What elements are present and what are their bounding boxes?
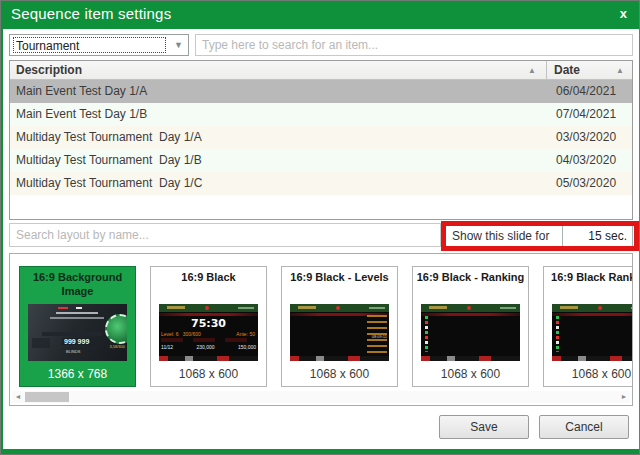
thumbnail-resolution: 1068 x 600	[151, 367, 266, 381]
preview-stats: 11/12 230,000 150,000	[161, 344, 256, 350]
thumbnail-resolution: 1068 x 600	[282, 367, 397, 381]
thumbnail-title: 16:9 Black - Ranking	[415, 270, 526, 300]
layout-thumbnail[interactable]: 16:9 Black 75:30 Level: 6 300/600 Ante: …	[150, 266, 267, 387]
preview-art	[560, 306, 578, 309]
preview-art: 999 999	[62, 338, 91, 345]
sort-asc-icon[interactable]: ▲	[528, 66, 536, 75]
layout-thumbnail[interactable]: 16:9 Black - Ranking 1068 x 600	[412, 266, 529, 387]
preview-art	[50, 317, 104, 319]
preview-art	[429, 306, 447, 309]
preview-art	[238, 307, 254, 309]
preview-art	[298, 306, 316, 309]
preview-art	[631, 307, 633, 309]
item-type-dropdown-value: Tournament	[13, 37, 166, 53]
thumbnail-preview: 08:09:11	[290, 304, 389, 361]
table-row[interactable]: Multiday Test Tournament Day 1/C 05/03/2…	[10, 172, 632, 195]
poker-chip-art	[105, 314, 127, 344]
cancel-button[interactable]: Cancel	[539, 415, 629, 439]
dialog-title: Sequence item settings	[11, 5, 171, 22]
thumbnail-title: 16:9 Background Image	[22, 270, 133, 300]
row-date: 05/03/2020	[556, 176, 616, 190]
holdem-logo-icon	[336, 306, 340, 310]
column-header-date[interactable]: Date	[554, 63, 580, 77]
preview-art	[421, 313, 520, 316]
column-divider	[546, 61, 547, 80]
layout-thumbnail[interactable]: 16:9 Black Ranking 1068 x 600	[543, 266, 633, 387]
holdem-logo-icon	[598, 306, 602, 310]
layout-thumbnail[interactable]: 16:9 Background Image 999 999 BLINDS 3,5…	[19, 266, 136, 387]
preview-header-art	[552, 304, 633, 312]
table-row[interactable]: Multiday Test Tournament Day 1/B 04/03/2…	[10, 149, 632, 172]
preview-art	[159, 313, 258, 316]
scroll-right-icon[interactable]: ►	[618, 391, 630, 403]
thumbnail-resolution: 1068 x 600	[413, 367, 528, 381]
preview-header-art	[290, 304, 389, 312]
row-description: Multiday Test Tournament Day 1/B	[16, 153, 202, 167]
item-search-input[interactable]	[195, 34, 633, 56]
preview-art	[159, 356, 258, 361]
thumbnail-resolution: 1366 x 768	[20, 367, 135, 381]
thumbnail-title: 16:9 Black	[153, 270, 264, 300]
preview-art	[500, 307, 516, 309]
thumbnails-scrollbar[interactable]: ◄ ►	[12, 391, 630, 403]
sequence-item-settings-dialog: Sequence item settings x Tournament ▼ De…	[0, 0, 640, 455]
preview-art	[552, 313, 633, 316]
scrollbar-thumb[interactable]	[25, 392, 69, 402]
layout-thumbnail[interactable]: 16:9 Black - Levels 08:09:11 1068 x 600	[281, 266, 398, 387]
slide-duration-label: Show this slide for	[452, 229, 549, 243]
preview-art	[56, 312, 98, 314]
row-description: Main Event Test Day 1/B	[16, 107, 147, 121]
preview-art	[167, 306, 185, 309]
item-type-dropdown[interactable]: Tournament ▼	[9, 34, 189, 56]
close-icon[interactable]: x	[620, 6, 627, 21]
items-table: Description ▲ Date ▲ Main Event Test Day…	[9, 60, 633, 220]
preview-art	[425, 316, 428, 352]
scroll-left-icon[interactable]: ◄	[12, 391, 24, 403]
preview-art	[32, 338, 50, 348]
slide-duration-input[interactable]	[562, 225, 633, 247]
table-row[interactable]: Main Event Test Day 1/A 06/04/2021	[10, 80, 632, 103]
preview-art: 3,58/300	[109, 344, 125, 349]
table-row[interactable]: Main Event Test Day 1/B 07/04/2021	[10, 103, 632, 126]
preview-art	[76, 307, 82, 309]
row-description: Multiday Test Tournament Day 1/A	[16, 130, 202, 144]
column-header-description[interactable]: Description	[16, 63, 82, 77]
preview-art	[552, 356, 633, 361]
preview-timer: 75:30	[159, 317, 258, 330]
row-date: 06/04/2021	[556, 84, 616, 98]
thumbnail-preview: 999 999 BLINDS 3,58/300	[28, 304, 127, 361]
preview-header-art	[159, 304, 258, 312]
layout-search-input[interactable]	[9, 223, 441, 247]
preview-header-art	[421, 304, 520, 312]
row-date: 03/03/2020	[556, 130, 616, 144]
preview-art	[421, 356, 520, 361]
save-button[interactable]: Save	[439, 415, 529, 439]
table-header: Description ▲ Date ▲	[10, 61, 632, 80]
sort-asc-icon[interactable]: ▲	[616, 66, 624, 75]
thumbnail-resolution: 1068 x 600	[544, 367, 633, 381]
row-description: Main Event Test Day 1/A	[16, 84, 147, 98]
preview-stat: 150,000	[238, 344, 256, 350]
preview-ante: Ante: 50	[236, 331, 255, 337]
holdem-logo-icon	[205, 306, 209, 310]
thumbnail-preview	[421, 304, 520, 361]
layout-thumbnails-panel: 16:9 Background Image 999 999 BLINDS 3,5…	[9, 253, 633, 406]
thumbnail-preview	[552, 304, 633, 361]
thumbnail-title: 16:9 Black - Levels	[284, 270, 395, 300]
preview-art	[556, 316, 559, 352]
chevron-down-icon[interactable]: ▼	[174, 40, 183, 50]
titlebar[interactable]: Sequence item settings x	[1, 1, 639, 29]
holdem-logo-icon	[467, 306, 471, 310]
dialog-content: Tournament ▼ Description ▲ Date ▲ Main E…	[3, 29, 639, 449]
preview-art	[42, 332, 102, 336]
preview-art	[58, 307, 68, 309]
thumbnail-title: 16:9 Black Ranking	[546, 270, 633, 300]
preview-art: BLINDS	[66, 349, 80, 354]
row-description: Multiday Test Tournament Day 1/C	[16, 176, 202, 190]
preview-art	[290, 356, 389, 361]
preview-art	[161, 338, 256, 342]
thumbnail-preview: 75:30 Level: 6 300/600 Ante: 50 11/12 23…	[159, 304, 258, 361]
row-date: 07/04/2021	[556, 107, 616, 121]
table-row[interactable]: Multiday Test Tournament Day 1/A 03/03/2…	[10, 126, 632, 149]
preview-stat: 11/12	[161, 344, 173, 350]
